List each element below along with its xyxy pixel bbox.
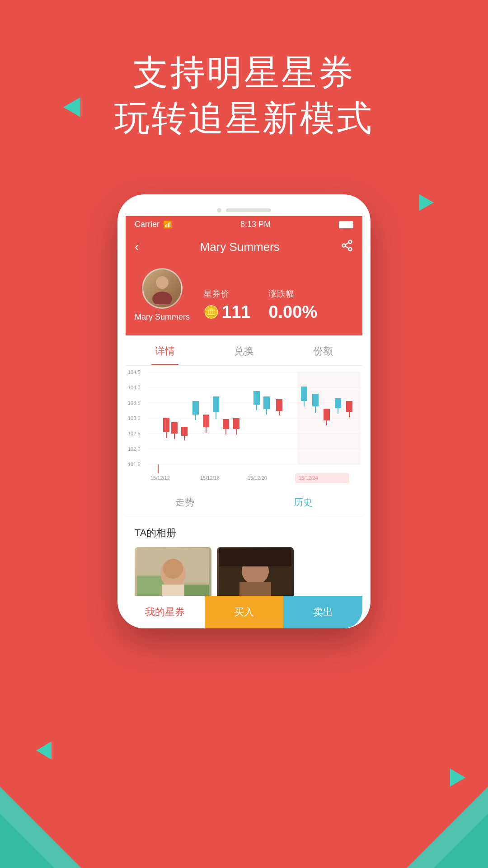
price-label: 星券价 <box>203 288 250 300</box>
svg-text:104.0: 104.0 <box>128 385 141 390</box>
svg-text:15/12/20: 15/12/20 <box>248 475 267 481</box>
avatar-container: Mary Summers <box>135 268 190 322</box>
hero-section: 支持明星星券 玩转追星新模式 <box>0 50 488 142</box>
svg-rect-45 <box>213 396 219 412</box>
svg-point-10 <box>152 292 172 304</box>
svg-text:104.5: 104.5 <box>128 369 141 375</box>
svg-line-8 <box>345 243 349 245</box>
phone-speaker <box>226 208 271 212</box>
svg-rect-51 <box>233 418 239 429</box>
tab-bar: 详情 兑换 份额 <box>126 335 362 366</box>
svg-rect-42 <box>203 415 209 427</box>
avatar <box>142 268 183 309</box>
svg-rect-60 <box>276 399 282 411</box>
svg-rect-39 <box>192 401 199 415</box>
decoration-mountain-left <box>0 741 127 868</box>
tab-share[interactable]: 份额 <box>283 335 362 365</box>
svg-text:102.5: 102.5 <box>128 431 141 436</box>
svg-rect-36 <box>181 427 188 436</box>
album-title: TA的相册 <box>135 526 353 540</box>
svg-text:102.0: 102.0 <box>128 446 141 452</box>
notch-dot <box>217 208 221 212</box>
svg-rect-81 <box>295 473 349 483</box>
svg-rect-48 <box>223 419 229 429</box>
chart-tab-history[interactable]: 历史 <box>244 488 362 517</box>
price-stat: 星券价 🪙 111 <box>203 288 250 322</box>
hero-line2: 玩转追星新模式 <box>0 95 488 141</box>
triangle-bottom-right <box>450 769 465 787</box>
svg-text:15/12/12: 15/12/12 <box>150 475 170 481</box>
carrier-label: Carrier <box>135 220 160 229</box>
star-profile: Mary Summers 星券价 🪙 111 涨跌幅 0.00% <box>126 264 362 335</box>
star-stats: 星券价 🪙 111 涨跌幅 0.00% <box>203 288 353 322</box>
bottom-navigation: 我的星券 买入 卖出 <box>126 596 362 628</box>
change-value: 0.00% <box>268 302 317 322</box>
decoration-mountain-right <box>361 741 488 868</box>
svg-rect-69 <box>324 409 330 420</box>
triangle-top-right <box>419 194 434 211</box>
svg-rect-63 <box>301 387 307 401</box>
svg-rect-30 <box>163 418 169 432</box>
svg-rect-57 <box>263 396 270 409</box>
change-label: 涨跌幅 <box>268 288 317 300</box>
svg-rect-91 <box>219 548 291 566</box>
svg-rect-66 <box>312 394 319 406</box>
nav-sell[interactable]: 卖出 <box>283 596 362 628</box>
candlestick-chart: 104.5 104.0 103.5 103.0 102.5 102.0 101.… <box>126 366 362 488</box>
status-bar: Carrier 📶 8:13 PM <box>126 216 362 233</box>
svg-text:103.0: 103.0 <box>128 415 141 421</box>
chart-tab-trend[interactable]: 走势 <box>126 488 244 517</box>
chart-svg: 104.5 104.0 103.5 103.0 102.5 102.0 101.… <box>126 366 362 488</box>
page-title: Mary Summers <box>200 240 280 254</box>
share-button[interactable] <box>341 239 353 255</box>
tab-exchange[interactable]: 兑换 <box>205 335 284 365</box>
svg-text:15/12/16: 15/12/16 <box>200 475 220 481</box>
coin-icon: 🪙 <box>203 305 219 320</box>
nav-my-star[interactable]: 我的星券 <box>126 596 205 628</box>
phone-mockup: Carrier 📶 8:13 PM ‹ Mary Summers <box>117 194 371 628</box>
change-stat: 涨跌幅 0.00% <box>268 288 317 322</box>
svg-rect-75 <box>346 401 352 412</box>
chart-tabs: 走势 历史 <box>126 488 362 517</box>
svg-line-7 <box>345 246 349 249</box>
avatar-name: Mary Summers <box>135 312 190 322</box>
svg-text:103.5: 103.5 <box>128 400 141 406</box>
nav-buy[interactable]: 买入 <box>205 596 284 628</box>
svg-point-87 <box>163 559 183 579</box>
price-value: 🪙 111 <box>203 302 250 322</box>
svg-rect-33 <box>171 422 178 434</box>
back-button[interactable]: ‹ <box>135 240 139 254</box>
phone-notch <box>126 203 362 216</box>
svg-rect-72 <box>335 398 341 408</box>
svg-text:101.5: 101.5 <box>128 462 141 467</box>
app-header: ‹ Mary Summers <box>126 233 362 264</box>
tab-detail[interactable]: 详情 <box>126 335 205 365</box>
wifi-icon: 📶 <box>163 220 172 229</box>
battery-icon <box>339 221 353 228</box>
svg-rect-54 <box>253 391 260 405</box>
hero-line1: 支持明星星券 <box>0 50 488 95</box>
time-label: 8:13 PM <box>240 220 271 229</box>
triangle-bottom-left <box>36 741 52 760</box>
svg-point-11 <box>156 277 168 288</box>
